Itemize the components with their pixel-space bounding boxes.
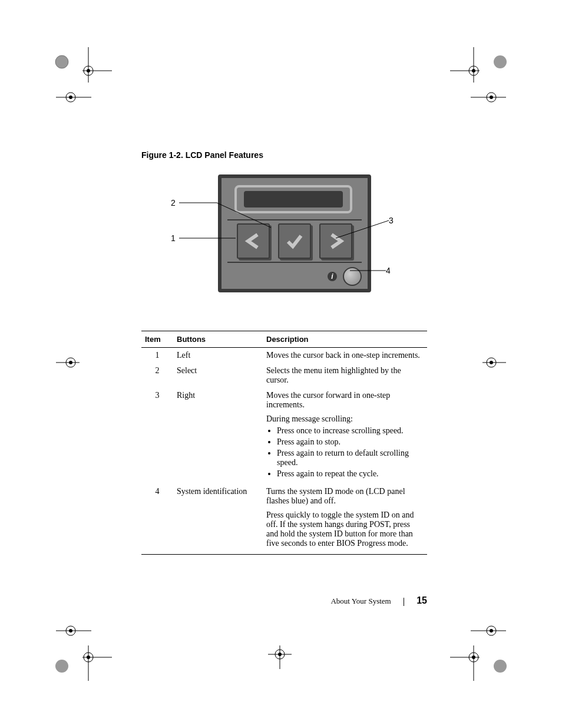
callout-1: 1 — [171, 233, 176, 243]
crop-mark-icon — [56, 88, 91, 106]
svg-point-5 — [87, 69, 90, 73]
crop-mark-icon — [82, 47, 118, 83]
crop-mark-icon — [56, 622, 91, 640]
crop-mark-icon — [471, 88, 506, 106]
list-item: Press once to increase scrolling speed. — [277, 426, 424, 436]
svg-point-35 — [472, 655, 475, 659]
svg-point-34 — [469, 653, 478, 662]
cell-item: 4 — [141, 484, 173, 555]
cell-description: Turns the system ID mode on (LCD panel f… — [263, 484, 427, 555]
svg-point-18 — [66, 358, 75, 367]
svg-line-45 — [217, 203, 271, 228]
table-row: 4System identificationTurns the system I… — [141, 484, 427, 555]
callout-2: 2 — [171, 198, 176, 207]
lcd-features-table: Item Buttons Description 1LeftMoves the … — [141, 331, 427, 555]
table-row: 3RightMoves the cursor forward in one-st… — [141, 388, 427, 484]
crop-mark-icon — [56, 354, 80, 371]
crop-mark-icon — [444, 645, 480, 681]
svg-line-46 — [336, 220, 389, 238]
crop-mark-icon — [471, 622, 506, 640]
cell-description: Moves the cursor back in one-step increm… — [263, 348, 427, 364]
svg-point-9 — [494, 55, 507, 68]
cell-item: 3 — [141, 388, 173, 484]
cell-item: 1 — [141, 348, 173, 364]
svg-point-27 — [87, 655, 90, 659]
crop-mark-icon — [82, 645, 118, 681]
cell-description: Selects the menu item highlighted by the… — [263, 363, 427, 388]
callout-3: 3 — [389, 216, 394, 225]
footer-section: About Your System — [330, 597, 391, 605]
svg-point-29 — [66, 626, 75, 635]
svg-point-26 — [84, 653, 93, 662]
crop-mark-icon — [53, 53, 71, 71]
cell-button: Right — [173, 388, 263, 484]
list-item: Press again to repeat the cycle. — [277, 469, 424, 479]
svg-point-21 — [487, 358, 496, 367]
crop-mark-icon — [491, 53, 509, 71]
svg-point-12 — [469, 66, 478, 75]
svg-point-31 — [494, 660, 507, 673]
crop-mark-icon — [444, 47, 480, 83]
cell-button: Select — [173, 363, 263, 388]
svg-point-42 — [278, 653, 282, 656]
cell-item: 2 — [141, 363, 173, 388]
cell-button: Left — [173, 348, 263, 364]
figure-caption: Figure 1-2. LCD Panel Features — [141, 150, 427, 160]
svg-point-15 — [487, 93, 496, 102]
svg-point-22 — [490, 361, 493, 364]
svg-point-16 — [490, 95, 493, 99]
th-item: Item — [141, 331, 173, 348]
table-row: 2SelectSelects the menu item highlighted… — [141, 363, 427, 388]
svg-point-38 — [490, 629, 493, 633]
crop-mark-icon — [53, 657, 71, 675]
th-desc: Description — [263, 331, 427, 348]
callout-lines — [141, 174, 427, 298]
page-number: 15 — [416, 595, 427, 605]
table-row: 1LeftMoves the cursor back in one-step i… — [141, 348, 427, 364]
figure-lcd-panel: i 1 2 3 4 — [141, 174, 427, 310]
svg-point-37 — [487, 626, 496, 635]
cell-button: System identification — [173, 484, 263, 555]
crop-mark-icon — [268, 645, 292, 669]
crop-mark-icon — [491, 657, 509, 675]
cell-description: Moves the cursor forward in one-step inc… — [263, 388, 427, 484]
list-item: Press again to stop. — [277, 437, 424, 447]
page-footer: About Your System 15 — [141, 595, 427, 606]
svg-point-23 — [55, 660, 68, 673]
callout-4: 4 — [386, 266, 391, 275]
th-buttons: Buttons — [173, 331, 263, 348]
svg-point-41 — [275, 650, 285, 659]
svg-point-4 — [84, 66, 93, 75]
svg-point-30 — [69, 629, 72, 633]
svg-point-7 — [66, 93, 75, 102]
svg-point-1 — [55, 55, 68, 68]
svg-point-13 — [472, 69, 475, 73]
svg-point-8 — [69, 95, 72, 99]
svg-point-19 — [69, 361, 72, 364]
list-item: Press again to return to default scrolli… — [277, 449, 424, 467]
svg-point-0 — [55, 55, 68, 68]
crop-mark-icon — [482, 354, 506, 371]
